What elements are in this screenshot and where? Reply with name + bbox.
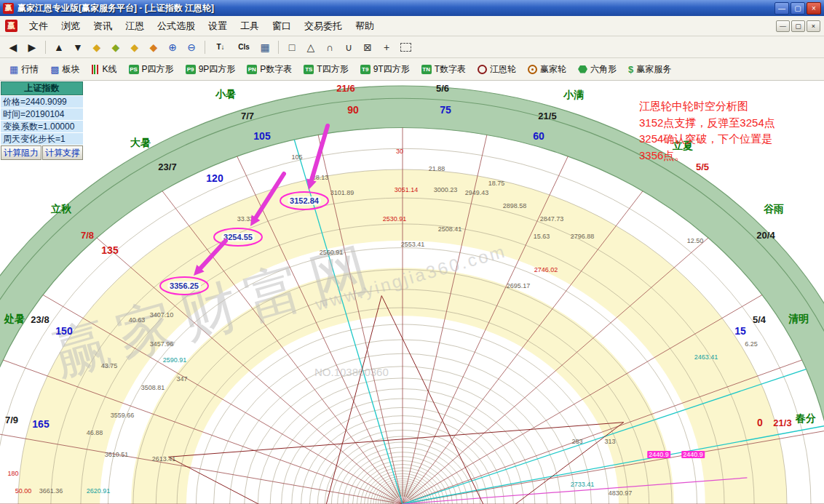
app-logo-icon: 赢	[3, 3, 14, 14]
close-button[interactable]: ×	[807, 2, 821, 15]
app-logo-icon-small: 赢	[5, 20, 17, 32]
annotation-line: 江恩轮中轮时空分析图	[639, 98, 823, 115]
gann-diamond-3-button[interactable]: ◆	[126, 39, 143, 56]
feature-t-square-button[interactable]: TST四方形	[300, 62, 352, 77]
marquee-icon	[400, 43, 411, 52]
feature-toolbar: ▦行情▩板块K线PSP四方形P99P四方形PNP数字表TST四方形T99T四方形…	[0, 58, 824, 81]
titlebar: 赢 赢家江恩专业版[赢家服务平台] - [上证指数 江恩轮] — ▢ ×	[0, 0, 824, 16]
menu-公式选股[interactable]: 公式选股	[151, 17, 202, 35]
indicator-rows: 价格=2440.9099时间=20190104变换系数=1.00000周天变化步…	[1, 96, 83, 145]
t-number-table-icon: TN	[421, 65, 432, 74]
maximize-button[interactable]: ▢	[791, 2, 805, 15]
9p-square-label: 9P四方形	[199, 63, 236, 76]
window-title: 赢家江恩专业版[赢家服务平台] - [上证指数 江恩轮]	[17, 2, 773, 15]
feature-sectors-button[interactable]: ▩板块	[47, 62, 83, 77]
kline-icon	[92, 65, 100, 74]
feature-t-number-table-button[interactable]: TNT数字表	[418, 62, 470, 77]
menu-帮助[interactable]: 帮助	[349, 17, 381, 35]
sectors-icon: ▩	[50, 65, 59, 74]
feature-p-number-table-button[interactable]: PNP数字表	[243, 62, 296, 77]
indicator-row: 周天变化步长=1	[1, 133, 83, 145]
quotes-label: 行情	[21, 63, 39, 76]
minimize-button[interactable]: —	[775, 2, 789, 15]
quotes-icon: ▦	[9, 65, 18, 74]
indicator-row: 时间=20190104	[1, 108, 83, 120]
gann-diamond-1-button[interactable]: ◆	[88, 39, 106, 56]
gann-diamond-4-button[interactable]: ◆	[145, 39, 162, 56]
feature-gann-wheel-button[interactable]: 江恩轮	[474, 62, 520, 77]
9p-square-icon: P9	[186, 65, 196, 74]
analysis-annotation: 江恩轮中轮时空分析图 3152点支撑，反弹至3254点 3254确认突破，下个位…	[639, 98, 823, 164]
feature-winner-wheel-button[interactable]: 赢家轮	[524, 62, 570, 77]
annotation-line: 3152点支撑，反弹至3254点	[639, 115, 823, 132]
indicator-row: 价格=2440.9099	[1, 96, 83, 108]
crosshair-tool-button[interactable]: +	[378, 39, 395, 56]
feature-kline-button[interactable]: K线	[88, 62, 121, 77]
menu-工具[interactable]: 工具	[234, 17, 266, 35]
drawing-toolbar: ◀▶▲▼◆◆◆◆⊕⊖T↓Cls▦□△∩∪⊠+	[0, 36, 824, 58]
9t-square-label: 9T四方形	[373, 63, 410, 76]
feature-9t-square-button[interactable]: T99T四方形	[357, 62, 413, 77]
pointer-tool-button[interactable]: ▲	[50, 39, 68, 56]
feature-winner-service-button[interactable]: $赢家服务	[625, 62, 675, 77]
p-number-table-icon: PN	[247, 65, 257, 74]
rect-tool-button[interactable]: □	[283, 39, 301, 56]
p-number-table-label: P数字表	[260, 63, 292, 76]
forward-button[interactable]: ▶	[23, 39, 41, 56]
back-button[interactable]: ◀	[4, 39, 22, 56]
delete-box-tool-button[interactable]: ⊠	[359, 39, 376, 56]
sectors-label: 板块	[63, 63, 80, 76]
arc-up-tool-button[interactable]: ∪	[340, 39, 357, 56]
t-square-icon: TS	[304, 65, 314, 74]
p-square-label: P四方形	[142, 63, 174, 76]
winner-service-icon: $	[628, 64, 633, 75]
indicator-row: 变换系数=1.00000	[1, 121, 83, 132]
menu-窗口[interactable]: 窗口	[266, 17, 298, 35]
mdi-restore-button[interactable]: ▢	[791, 20, 805, 32]
text-tool-button[interactable]: T↓	[210, 39, 231, 56]
feature-quotes-button[interactable]: ▦行情	[6, 62, 42, 77]
index-name-header: 上证指数	[1, 81, 83, 95]
indicator-panel: 上证指数 价格=2440.9099时间=20190104变换系数=1.00000…	[1, 81, 83, 160]
annotation-line: 3356点。	[639, 148, 823, 164]
menubar: 赢 文件浏览资讯江恩公式选股设置工具窗口交易委托帮助 — ▢ ×	[0, 16, 824, 36]
annotation-line: 3254确认突破，下个位置是	[639, 131, 823, 148]
panel-grid-button[interactable]: ▦	[256, 39, 274, 56]
mdi-close-button[interactable]: ×	[807, 20, 820, 32]
app-window: 赢 赢家江恩专业版[赢家服务平台] - [上证指数 江恩轮] — ▢ × 赢 文…	[0, 0, 824, 504]
menu-设置[interactable]: 设置	[202, 17, 234, 35]
9t-square-icon: T9	[360, 65, 371, 74]
hexagon-label: 六角形	[590, 63, 617, 76]
mdi-minimize-button[interactable]: —	[776, 20, 790, 32]
zoom-in-button[interactable]: ⊕	[164, 39, 181, 56]
feature-9p-square-button[interactable]: P99P四方形	[182, 62, 239, 77]
winner-wheel-icon	[528, 65, 537, 74]
menu-浏览[interactable]: 浏览	[55, 17, 87, 35]
winner-service-label: 赢家服务	[636, 63, 671, 76]
menu-资讯[interactable]: 资讯	[87, 17, 119, 35]
gann-wheel-label: 江恩轮	[490, 63, 516, 76]
t-number-table-label: T数字表	[435, 63, 466, 76]
hexagon-icon	[578, 65, 587, 73]
cls-button[interactable]: Cls	[233, 39, 255, 56]
menu-江恩[interactable]: 江恩	[119, 17, 151, 35]
menu-交易委托[interactable]: 交易委托	[298, 17, 349, 35]
winner-wheel-label: 赢家轮	[540, 63, 566, 76]
p-square-icon: PS	[129, 65, 139, 74]
marquee-tool-button[interactable]	[397, 39, 414, 56]
calc-resistance-button[interactable]: 计算阻力	[1, 145, 41, 160]
chart-content-area: 赢家财富网 www.yingjia360.com NO.103800360 小暑…	[0, 81, 824, 504]
triangle-tool-button[interactable]: △	[302, 39, 320, 56]
gann-diamond-2-button[interactable]: ◆	[107, 39, 124, 56]
menu-items: 文件浏览资讯江恩公式选股设置工具窗口交易委托帮助	[23, 17, 381, 35]
t-square-label: T四方形	[317, 63, 348, 76]
funnel-tool-button[interactable]: ▼	[69, 39, 87, 56]
zoom-out-button[interactable]: ⊖	[183, 39, 200, 56]
arc-down-tool-button[interactable]: ∩	[321, 39, 338, 56]
feature-hexagon-button[interactable]: 六角形	[574, 62, 620, 77]
kline-label: K线	[103, 63, 117, 76]
feature-p-square-button[interactable]: PSP四方形	[125, 62, 178, 77]
menu-文件[interactable]: 文件	[23, 17, 55, 35]
mdi-buttons: — ▢ ×	[776, 20, 824, 32]
calc-support-button[interactable]: 计算支撑	[42, 145, 83, 160]
